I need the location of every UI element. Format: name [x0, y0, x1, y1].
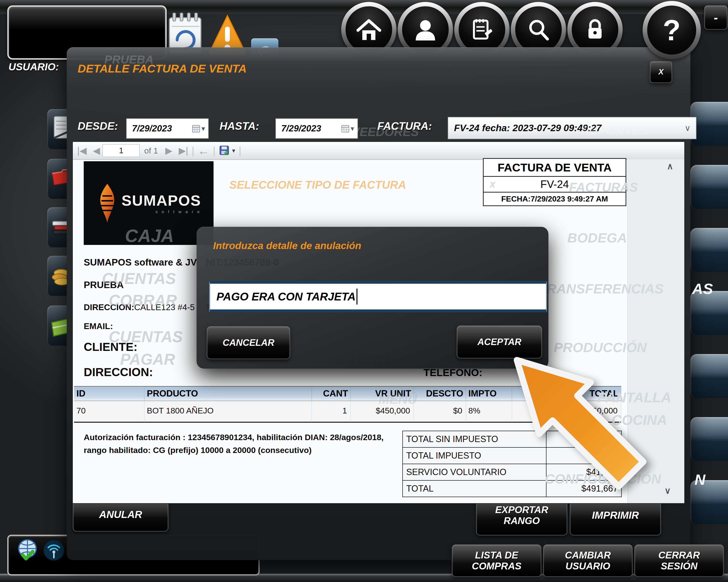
row-descto: $0: [414, 401, 466, 423]
col-header-total: TOTAL: [512, 386, 621, 401]
sidebar-tile-books[interactable]: [47, 207, 67, 247]
cerrar-line2: SESIÓN: [661, 561, 697, 572]
first-page-button[interactable]: |◀: [77, 145, 87, 156]
scroll-up-icon[interactable]: ∧: [667, 161, 673, 171]
company-alias: PRUEBA: [84, 280, 124, 290]
text-caret: [357, 288, 358, 305]
total-value: $33,333: [546, 447, 622, 464]
direccion2-label: DIRECCION:: [84, 365, 153, 379]
row-id: 70: [74, 401, 145, 423]
factura-selected-value: FV-24 fecha: 2023-07-29 09:49:27: [454, 123, 602, 133]
sidebar-tile-notes[interactable]: [47, 109, 67, 149]
usuario-label: USUARIO:: [8, 61, 59, 73]
total-value: $41,667: [546, 464, 622, 481]
save-export-icon: [219, 145, 230, 156]
direccion-label: DIRECCION:: [84, 302, 134, 312]
sidebar-tile-card[interactable]: [47, 306, 67, 345]
row-cant: 1: [312, 401, 350, 423]
col-header-id: ID: [74, 386, 145, 401]
authorization-text: Autorización facturación : 1234567890123…: [84, 431, 384, 456]
next-page-button[interactable]: ▶: [165, 145, 172, 156]
lock-icon: [572, 6, 618, 53]
toolbar-separator: |: [238, 144, 241, 157]
minimize-button[interactable]: -: [704, 5, 728, 30]
coins-icon: [47, 256, 67, 296]
invoice-logo: SUMAPOS s o f t w a r e: [84, 161, 213, 245]
desde-caret-icon: ▾: [202, 125, 205, 132]
items-table: ID PRODUCTO CANT VR UNIT DESCTO IMPTO TO…: [74, 386, 621, 423]
row-impto: 8%: [466, 401, 512, 423]
aceptar-button[interactable]: ACEPTAR: [457, 326, 542, 358]
modal-title: Introduzca detalle de anulación: [213, 240, 361, 251]
cambiar-line1: CAMBIAR: [565, 550, 611, 561]
menu-tile-facturas[interactable]: [691, 165, 728, 209]
anulacion-input-value: PAGO ERA CON TARJETA: [216, 290, 356, 303]
col-header-producto: PRODUCTO: [145, 386, 312, 401]
export-caret-icon: ▾: [232, 147, 235, 155]
help-button[interactable]: ?: [643, 1, 701, 59]
cambiar-usuario-button[interactable]: CAMBIAR USUARIO: [543, 545, 633, 577]
exportar-line2: RANGO: [504, 515, 540, 526]
notepad-icon: [47, 109, 67, 149]
lista-de-compras-button[interactable]: LISTA DE COMPRAS: [452, 545, 541, 577]
row-producto: BOT 1800 AÑEJO: [145, 401, 312, 423]
books-icon: [47, 207, 67, 247]
back-button[interactable]: ←: [198, 144, 209, 157]
invoice-header-box: FACTURA DE VENTA FV-24 FECHA:7/29/2023 9…: [483, 158, 626, 206]
menu-tile-pantalla-cocina[interactable]: [691, 417, 728, 461]
col-header-descto: DESCTO: [414, 386, 466, 401]
sidebar-tile-folder[interactable]: [47, 159, 67, 199]
col-header-vrunit: VR UNIT: [350, 386, 414, 401]
search-icon: [515, 6, 562, 53]
menu-tile-bodega[interactable]: [691, 228, 728, 272]
hasta-label: HASTA:: [219, 120, 259, 132]
factura-label: FACTURA:: [378, 120, 432, 132]
email-label: EMAIL:: [84, 321, 113, 331]
cerrar-sesion-button[interactable]: CERRAR SESIÓN: [634, 545, 724, 577]
total-label: TOTAL IMPUESTO: [402, 447, 546, 464]
menu-tile-produccion[interactable]: [691, 354, 728, 398]
page-count-label: of 1: [144, 146, 158, 156]
desde-value: 7/29/2023: [132, 123, 172, 134]
scroll-down-icon[interactable]: ∨: [665, 486, 671, 496]
total-label: TOTAL: [402, 480, 546, 497]
auth-line2: rango habilitado: CG (prefijo) 10000 a 2…: [84, 444, 384, 456]
anulacion-detail-input[interactable]: PAGO ERA CON TARJETA: [209, 281, 547, 312]
invoice-fecha: FECHA:7/29/2023 9:49:27 AM: [484, 193, 626, 205]
anulacion-modal: Introduzca detalle de anulación PAGO ERA…: [197, 227, 548, 368]
menu-tile-configuracion[interactable]: [691, 480, 728, 524]
menu-tile-transferencias[interactable]: [691, 291, 728, 335]
cancelar-button[interactable]: CANCELAR: [207, 326, 290, 359]
export-save-button[interactable]: ▾: [219, 145, 235, 156]
total-label: TOTAL SIN IMPUESTO: [402, 431, 546, 448]
telefono2-label: TELEFONO:: [423, 367, 483, 379]
cerrar-line1: CERRAR: [658, 550, 700, 561]
red-folder-icon: [47, 159, 67, 199]
sidebar-tile-coins[interactable]: [47, 256, 67, 296]
dialog-close-button[interactable]: X: [650, 61, 672, 83]
user-icon: [402, 6, 449, 53]
hasta-datepicker[interactable]: 7/29/2023 ▾: [276, 118, 358, 139]
prev-page-button[interactable]: ◀: [93, 145, 100, 156]
antenna-icon: [43, 539, 65, 561]
row-vrunit: $450,000: [350, 401, 414, 423]
home-icon: [345, 6, 392, 53]
col-header-impto: IMPTO: [466, 386, 512, 401]
datepicker-calendar-icon: [341, 124, 349, 133]
auth-line1: Autorización facturación : 1234567890123…: [84, 431, 384, 444]
total-value: $491,667: [546, 480, 622, 497]
desde-datepicker[interactable]: 7/29/2023 ▾: [126, 118, 209, 139]
totals-table: TOTAL SIN IMPUESTO $416,667 TOTAL IMPUES…: [403, 431, 622, 497]
hasta-caret-icon: ▾: [351, 125, 354, 132]
desde-label: DESDE:: [78, 120, 118, 132]
datepicker-calendar-icon: [192, 124, 200, 133]
factura-dropdown[interactable]: FV-24 fecha: 2023-07-29 09:49:27 ∨: [448, 117, 697, 139]
company-name: SUMAPOS software & JV: [84, 257, 197, 268]
last-page-button[interactable]: ▶|: [179, 145, 188, 156]
report-toolbar: |◀ ◀ 1 of 1 ▶ ▶| | ← | ▾: [73, 142, 684, 160]
page-number-input[interactable]: 1: [102, 144, 140, 157]
dialog-title: DETALLE FACTURA DE VENTA: [78, 62, 246, 75]
exportar-line1: EXPORTAR: [495, 504, 548, 515]
network-globe-icon: [15, 538, 40, 562]
total-label: SERVICIO VOLUNTARIO: [402, 464, 546, 481]
